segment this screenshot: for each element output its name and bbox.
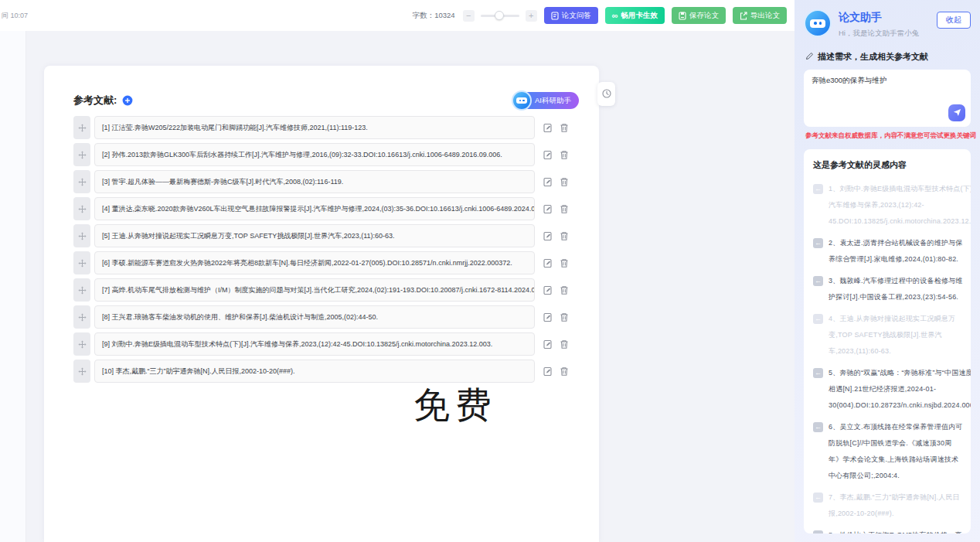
drag-handle-icon[interactable] <box>73 332 90 356</box>
zoom-in-button[interactable]: + <box>526 10 537 22</box>
left-panel-strip <box>0 31 26 542</box>
drag-handle-icon[interactable] <box>73 143 90 166</box>
assistant-sidebar: 论文助手 Hi，我是论文助手雷小兔 收起 描述需求，生成相关参考文献 奔驰e30… <box>795 0 980 542</box>
reference-row: [8] 王兴君.琅驰客车柴油发动机的使用、维护和保养[J].柴油机设计与制造,2… <box>73 305 579 329</box>
inspiration-item-text: 3、魏敦峰.汽车修理过程中的设备检修与维护探讨[J].中国设备工程,2023,(… <box>829 273 963 305</box>
insert-reference-icon[interactable]: ← <box>813 314 823 324</box>
ai-research-assistant-button[interactable]: AI科研助手 <box>513 92 579 109</box>
edit-reference-icon[interactable] <box>543 231 553 241</box>
delete-reference-icon[interactable] <box>560 258 569 268</box>
drag-handle-icon[interactable] <box>73 197 90 220</box>
request-input[interactable]: 奔驰e300的保养与维护 <box>804 70 971 127</box>
edit-reference-icon[interactable] <box>543 258 553 268</box>
drag-handle-icon[interactable] <box>73 360 90 383</box>
save-time: 间 10:07 <box>2 11 28 21</box>
delete-reference-icon[interactable] <box>560 204 569 214</box>
delete-reference-icon[interactable] <box>560 366 569 377</box>
edit-reference-icon[interactable] <box>543 150 553 160</box>
editor-main: 间 10:07 字数：10324 − + 论文问答 ∞ 畅用卡生效 保存论文 <box>0 0 795 542</box>
reference-row: [10] 李杰,戴鹏.“三力”助宇通奔驰[N].人民日报,2002-10-20(… <box>73 360 579 383</box>
reference-text[interactable]: [10] 李杰,戴鹏.“三力”助宇通奔驰[N].人民日报,2002-10-20(… <box>94 360 535 383</box>
inspiration-list: ← 1、刘勤中.奔驰E级插电混动车型技术特点(下)[J].汽车维修与保养,202… <box>813 181 963 533</box>
top-toolbar: 间 10:07 字数：10324 − + 论文问答 ∞ 畅用卡生效 保存论文 <box>0 0 795 31</box>
references-header: 参考文献: AI科研助手 <box>73 91 579 110</box>
delete-reference-icon[interactable] <box>560 123 569 133</box>
add-reference-icon[interactable] <box>122 95 133 106</box>
assistant-avatar-icon <box>804 9 832 37</box>
insert-reference-icon[interactable]: ← <box>813 530 823 533</box>
edit-reference-icon[interactable] <box>543 312 553 322</box>
inspiration-panel: 这是参考文献的灵感内容 ← 1、刘勤中.奔驰E级插电混动车型技术特点(下)[J]… <box>804 149 971 533</box>
reference-row: [5] 王迪.从奔驰对撞说起现实工况瞬息万变,TOP SAFETY挑战极限[J]… <box>73 224 579 247</box>
delete-reference-icon[interactable] <box>560 339 569 349</box>
zoom-slider-knob[interactable] <box>495 11 504 20</box>
source-warning-text: 参考文献来自权威数据库，内容不满意您可尝试更换关键词 <box>805 131 971 141</box>
save-paper-button[interactable]: 保存论文 <box>672 7 726 24</box>
inspiration-item: ← 5、奔驰的“双赢”战略：“奔驰标准”与“中国速度”的相遇[N].21世纪经济… <box>813 365 963 414</box>
reference-text[interactable]: [5] 王迪.从奔驰对撞说起现实工况瞬息万变,TOP SAFETY挑战极限[J]… <box>94 224 535 247</box>
delete-reference-icon[interactable] <box>560 177 569 187</box>
drag-handle-icon[interactable] <box>73 305 90 329</box>
collapse-button[interactable]: 收起 <box>937 12 971 29</box>
reference-text[interactable]: [8] 王兴君.琅驰客车柴油发动机的使用、维护和保养[J].柴油机设计与制造,2… <box>94 305 535 329</box>
drag-handle-icon[interactable] <box>73 224 90 247</box>
export-icon <box>740 12 747 20</box>
free-watermark: 免费 <box>413 381 497 430</box>
drag-handle-icon[interactable] <box>73 251 90 274</box>
delete-reference-icon[interactable] <box>560 150 569 160</box>
insert-reference-icon[interactable]: ← <box>813 493 823 503</box>
delete-reference-icon[interactable] <box>560 312 569 322</box>
edit-reference-icon[interactable] <box>543 366 553 377</box>
document-page[interactable]: 参考文献: AI科研助手 [1] 江洁莹.奔驰W205/222加装电动尾门和脚踢… <box>44 66 599 542</box>
edit-reference-icon[interactable] <box>543 123 553 133</box>
inspiration-item: ← 3、魏敦峰.汽车修理过程中的设备检修与维护探讨[J].中国设备工程,2023… <box>813 273 963 305</box>
inspiration-item: ← 6、吴立文.布顶线路在经常保养管理值内可防脱轨[C]//中国铁道学会.《减速… <box>813 419 963 484</box>
drag-handle-icon[interactable] <box>73 170 90 193</box>
inspiration-item-text: 6、吴立文.布顶线路在经常保养管理值内可防脱轨[C]//中国铁道学会.《减速顶3… <box>829 419 963 484</box>
edit-reference-icon[interactable] <box>543 339 553 349</box>
insert-reference-icon[interactable]: ← <box>813 184 823 194</box>
clock-history-icon <box>602 87 611 101</box>
robot-avatar-icon <box>512 90 532 111</box>
delete-reference-icon[interactable] <box>560 231 569 241</box>
edit-reference-icon[interactable] <box>543 204 553 214</box>
zoom-out-button[interactable]: − <box>463 10 475 22</box>
reference-text[interactable]: [4] 董洪达,栾东晓.2020款奔驰V260L车出现空气悬挂故障报警提示[J]… <box>94 197 535 220</box>
send-button[interactable] <box>948 104 965 121</box>
reference-list: [1] 江洁莹.奔驰W205/222加装电动尾门和脚踢功能[J].汽车维修技师,… <box>73 116 579 383</box>
edit-reference-icon[interactable] <box>543 285 553 295</box>
document-qa-icon <box>551 12 559 20</box>
app-window: 间 10:07 字数：10324 − + 论文问答 ∞ 畅用卡生效 保存论文 <box>0 0 980 542</box>
zoom-slider[interactable] <box>481 15 519 17</box>
reference-text[interactable]: [9] 刘勤中.奔驰E级插电混动车型技术特点(下)[J].汽车维修与保养,202… <box>94 332 535 356</box>
references-title: 参考文献: <box>73 94 117 107</box>
editor-canvas: 参考文献: AI科研助手 [1] 江洁莹.奔驰W205/222加装电动尾门和脚踢… <box>0 31 795 542</box>
delete-reference-icon[interactable] <box>560 285 569 295</box>
paper-qa-button[interactable]: 论文问答 <box>544 7 598 24</box>
reference-text[interactable]: [3] 管宇.超凡体验——最新梅赛德斯-奔驰C级车[J].时代汽车,2008,(… <box>94 170 535 193</box>
inspiration-item: ← 8、性价比之王红旗E-QM5快车的价格，豪车的品质[J].汽车观察,2023… <box>813 527 963 533</box>
usage-card-button[interactable]: ∞ 畅用卡生效 <box>605 7 665 24</box>
insert-reference-icon[interactable]: ← <box>813 238 823 248</box>
reference-row: [6] 李硕.新能源车赛道愈发火热奔驰2022年将亮相8款新车[N].每日经济新… <box>73 251 579 274</box>
reference-text[interactable]: [2] 孙伟.2013款奔驰GLK300车后刮水器持续工作[J].汽车维护与修理… <box>94 143 535 166</box>
insert-reference-icon[interactable]: ← <box>813 422 823 432</box>
reference-text[interactable]: [6] 李硕.新能源车赛道愈发火热奔驰2022年将亮相8款新车[N].每日经济新… <box>94 251 535 274</box>
history-button[interactable] <box>597 82 615 106</box>
reference-text[interactable]: [1] 江洁莹.奔驰W205/222加装电动尾门和脚踢功能[J].汽车维修技师,… <box>94 116 535 139</box>
reference-text[interactable]: [7] 高烨.机动车尾气排放检测与维护（I/M）制度实施的问题与对策[J].当代… <box>94 278 535 302</box>
inspiration-item-text: 5、奔驰的“双赢”战略：“奔驰标准”与“中国速度”的相遇[N].21世纪经济报道… <box>829 365 971 414</box>
insert-reference-icon[interactable]: ← <box>813 368 823 378</box>
inspiration-item-text: 7、李杰,戴鹏.“三力”助宇通奔驰[N].人民日报,2002-10-20(###… <box>829 489 963 522</box>
drag-handle-icon[interactable] <box>73 116 90 139</box>
inspiration-title: 这是参考文献的灵感内容 <box>813 159 963 171</box>
inspiration-item-text: 4、王迪.从奔驰对撞说起现实工况瞬息万变,TOP SAFETY挑战极限[J].世… <box>829 311 963 360</box>
inspiration-item-text: 2、袁太进.沥青拌合站机械设备的维护与保养综合管理[J].家电维修,2024,(… <box>829 235 963 268</box>
edit-reference-icon[interactable] <box>543 177 553 187</box>
inspiration-item: ← 2、袁太进.沥青拌合站机械设备的维护与保养综合管理[J].家电维修,2024… <box>813 235 963 268</box>
word-count: 字数：10324 <box>413 11 455 21</box>
assistant-header: 论文助手 Hi，我是论文助手雷小兔 收起 <box>804 9 971 39</box>
insert-reference-icon[interactable]: ← <box>813 276 823 286</box>
export-paper-button[interactable]: 导出论文 <box>733 7 787 24</box>
drag-handle-icon[interactable] <box>73 278 90 302</box>
